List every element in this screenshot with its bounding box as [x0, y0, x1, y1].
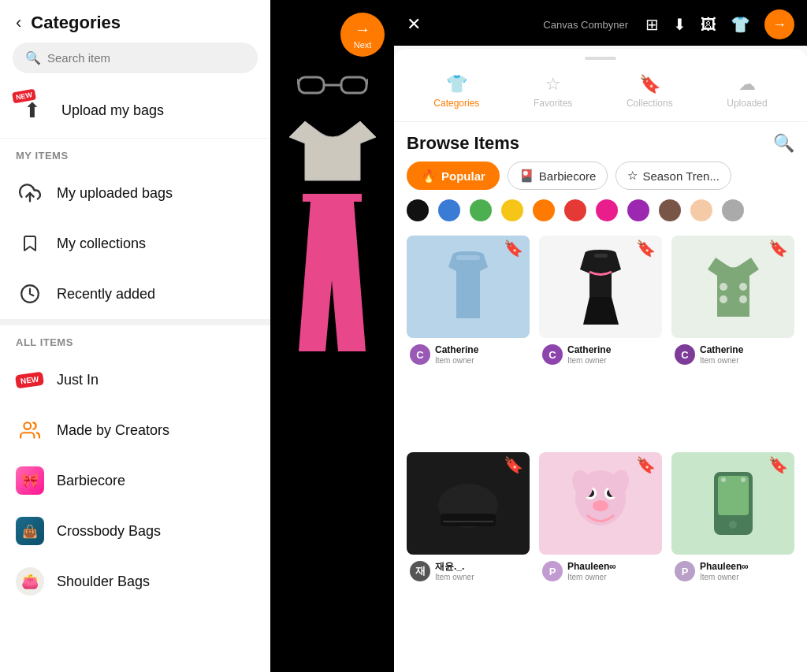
my-items-section-label: MY ITEMS	[0, 139, 270, 168]
sidebar-item-uploaded-bags[interactable]: My uploaded bags	[0, 168, 270, 218]
owner-info: Catherine Item owner	[567, 344, 611, 364]
download-icon[interactable]: ⬇	[673, 15, 686, 34]
sidebar-item-made-by-creators[interactable]: Made by Creators	[0, 405, 270, 455]
svg-rect-3	[299, 77, 324, 93]
left-panel: ‹ Categories 🔍 NEW ⬆ Upload my bags MY I…	[0, 0, 270, 672]
bookmark-button[interactable]: 🔖	[768, 239, 788, 258]
svg-point-2	[24, 422, 31, 429]
close-button[interactable]: ✕	[407, 14, 421, 35]
filter-chip-popular[interactable]: 🔥 Popular	[407, 162, 500, 190]
shirt-icon[interactable]: 👕	[731, 15, 750, 34]
svg-point-12	[720, 295, 727, 303]
item-owner-row: C Catherine Item owner	[407, 344, 530, 365]
uploaded-tab-label: Uploaded	[727, 98, 767, 109]
bookmark-icon	[16, 229, 44, 258]
svg-point-28	[741, 477, 746, 482]
color-swatch[interactable]	[627, 199, 649, 221]
color-swatch[interactable]	[533, 199, 555, 221]
sidebar-item-crossbody-bags[interactable]: 👜 Crossbody Bags	[0, 506, 270, 556]
next-button[interactable]: → Next	[340, 13, 385, 57]
season-chip-label: Season Tren...	[642, 169, 720, 183]
owner-role: Item owner	[567, 356, 611, 365]
person-icon	[16, 416, 44, 444]
search-icon: 🔍	[25, 50, 41, 65]
categories-tab-icon: 👕	[446, 74, 467, 95]
color-swatch[interactable]	[564, 199, 586, 221]
sidebar-item-barbiecore[interactable]: 🎀 Barbiecore	[0, 455, 270, 506]
color-swatch[interactable]	[407, 199, 429, 221]
search-bar[interactable]: 🔍	[13, 43, 258, 73]
bookmark-button[interactable]: 🔖	[636, 239, 656, 258]
owner-info: Phauleen∞ Item owner	[567, 561, 616, 581]
filter-chips-row: 🔥 Popular 🎴 Barbiecore ☆ Season Tren...	[394, 162, 807, 199]
section-divider	[0, 319, 270, 325]
uploaded-tab-icon: ☁	[738, 74, 756, 95]
owner-info: Catherine Item owner	[435, 344, 478, 364]
owner-avatar: C	[675, 344, 695, 365]
image-icon[interactable]: 🖼	[701, 16, 716, 34]
app-header-bar: ✕ Canvas Combyner ⊞ ⬇ 🖼 👕 →	[394, 0, 807, 46]
sidebar-item-shoulder-bags[interactable]: 👛 Shoulder Bags	[0, 556, 270, 607]
item-card: 🔖 C Catherine Item owner	[407, 236, 530, 443]
back-button[interactable]: ‹	[16, 14, 21, 32]
owner-info: Phauleen∞ Item owner	[700, 561, 749, 581]
tab-uploaded[interactable]: ☁ Uploaded	[717, 71, 776, 112]
owner-role: Item owner	[567, 573, 616, 581]
crossbody-bags-label: Crossbody Bags	[57, 523, 161, 540]
color-swatch[interactable]	[659, 199, 681, 221]
collections-tab-label: Collections	[627, 98, 673, 109]
svg-line-7	[366, 79, 368, 85]
favorites-tab-label: Favorites	[534, 98, 572, 109]
sidebar-item-recently-added[interactable]: Recently added	[0, 269, 270, 319]
owner-name: Phauleen∞	[700, 561, 749, 572]
owner-name: Catherine	[567, 344, 611, 355]
upload-icon-wrap: NEW ⬆	[16, 94, 49, 127]
all-items-section-label: ALL ITEMS	[0, 325, 270, 355]
owner-role: Item owner	[700, 356, 743, 365]
sidebar-item-my-collections[interactable]: My collections	[0, 218, 270, 269]
filter-chip-season-trends[interactable]: ☆ Season Tren...	[615, 162, 731, 190]
bookmark-button[interactable]: 🔖	[504, 239, 523, 258]
owner-role: Item owner	[435, 356, 478, 365]
tab-collections[interactable]: 🔖 Collections	[617, 71, 682, 112]
drag-handle[interactable]	[585, 57, 616, 60]
owner-name: 재윤._.	[435, 561, 474, 572]
bookmark-button[interactable]: 🔖	[768, 455, 788, 474]
item-card: 🔖 P Phauleen∞ Item owner	[539, 452, 662, 659]
color-swatch[interactable]	[470, 199, 492, 221]
barbiecore-chip-icon: 🎴	[519, 169, 534, 183]
categories-tab-label: Categories	[433, 98, 479, 109]
bookmark-button[interactable]: 🔖	[636, 455, 656, 474]
tabs-row: 👕 Categories ☆ Favorites 🔖 Collections ☁…	[394, 65, 807, 122]
color-swatch[interactable]	[438, 199, 460, 221]
tshirt-icon	[289, 113, 376, 184]
color-swatch[interactable]	[501, 199, 523, 221]
upload-my-bags-button[interactable]: NEW ⬆ Upload my bags	[0, 83, 270, 139]
color-swatch[interactable]	[690, 199, 712, 221]
svg-point-11	[739, 283, 747, 291]
my-uploaded-bags-label: My uploaded bags	[57, 185, 173, 202]
made-by-creators-label: Made by Creators	[57, 422, 169, 439]
svg-point-13	[739, 295, 747, 303]
tab-categories[interactable]: 👕 Categories	[424, 71, 489, 112]
sidebar-item-just-in[interactable]: NEW Just In	[0, 355, 270, 405]
item-owner-row: P Phauleen∞ Item owner	[671, 561, 794, 581]
svg-point-10	[720, 283, 727, 291]
search-input[interactable]	[47, 51, 245, 65]
tab-favorites[interactable]: ☆ Favorites	[524, 71, 582, 112]
grid-icon[interactable]: ⊞	[645, 15, 659, 34]
color-swatch[interactable]	[596, 199, 618, 221]
filter-chip-barbiecore[interactable]: 🎴 Barbiecore	[508, 162, 608, 190]
bookmark-button[interactable]: 🔖	[504, 455, 523, 474]
svg-rect-9	[594, 254, 608, 258]
color-swatch[interactable]	[722, 199, 744, 221]
owner-name: Catherine	[700, 344, 743, 355]
next-circle-button[interactable]: →	[764, 9, 794, 39]
just-in-label: Just In	[57, 372, 99, 388]
collections-tab-icon: 🔖	[639, 74, 660, 95]
barbiecore-thumbnail: 🎀	[16, 466, 44, 495]
next-label: Next	[354, 40, 372, 50]
browse-search-icon[interactable]: 🔍	[773, 133, 794, 154]
owner-role: Item owner	[435, 573, 474, 581]
items-grid: 🔖 C Catherine Item owner 🔖 C Catherine I…	[394, 232, 807, 672]
